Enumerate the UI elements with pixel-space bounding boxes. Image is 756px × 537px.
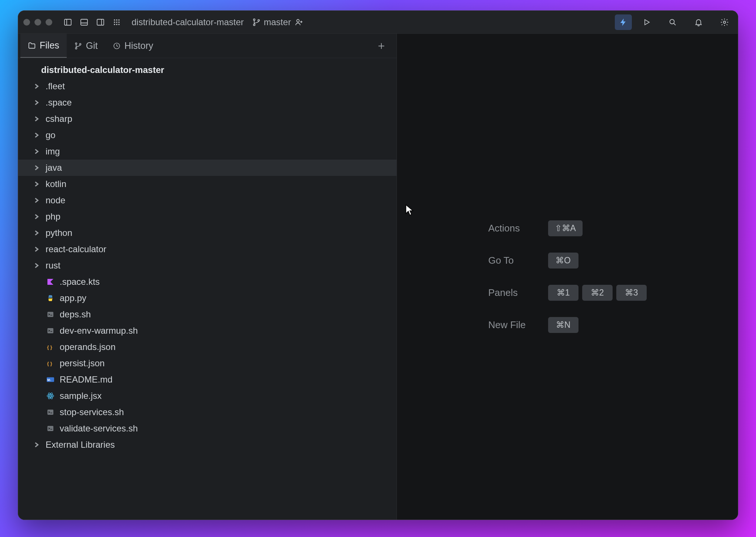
zoom-window-button[interactable] [46, 19, 52, 26]
bolt-icon [619, 18, 628, 27]
mouse-cursor-icon [405, 204, 415, 216]
chevron-right-icon [32, 181, 41, 187]
md-file-icon: M↓ [46, 375, 55, 384]
tree-file-operands-json[interactable]: { }operands.json [18, 339, 397, 355]
tree-item-label: operands.json [60, 342, 116, 352]
panel-bottom-icon [80, 18, 89, 27]
close-window-button[interactable] [23, 19, 30, 26]
git-branch-selector[interactable]: master [252, 17, 291, 27]
tree-file-deps-sh[interactable]: deps.sh [18, 306, 397, 323]
tree-folder-kotlin[interactable]: kotlin [18, 176, 397, 192]
tree-item-label: sample.jsx [60, 391, 102, 401]
chevron-right-icon [32, 198, 41, 203]
shortcut-newfile-keys: ⌘N [548, 317, 647, 333]
tab-git-label: Git [86, 40, 98, 51]
tree-folder--space[interactable]: .space [18, 94, 397, 111]
svg-point-15 [253, 19, 255, 20]
tree-item-label: python [46, 228, 72, 238]
keyboard-shortcut-key: ⌘1 [548, 285, 578, 301]
shortcut-panels-keys: ⌘1⌘2⌘3 [548, 285, 647, 301]
keyboard-shortcut-key: ⌘N [548, 317, 578, 333]
svg-point-26 [79, 43, 81, 45]
tree-file--space-kts[interactable]: .space.kts [18, 274, 397, 290]
file-tree: distributed-calculator-master .fleet.spa… [18, 58, 397, 520]
tree-folder-rust[interactable]: rust [18, 257, 397, 274]
shell-file-icon [46, 407, 55, 417]
svg-rect-28 [47, 312, 53, 317]
minimize-window-button[interactable] [34, 19, 41, 26]
sidebar: Files Git History ＋ distributed-calculat… [18, 34, 397, 520]
tree-item-label: dev-env-warmup.sh [60, 326, 138, 336]
tab-files[interactable]: Files [20, 34, 67, 58]
shortcut-actions-keys: ⇧⌘A [548, 220, 647, 236]
search-button[interactable] [666, 16, 679, 29]
folder-icon [28, 41, 36, 50]
tree-file-stop-services-sh[interactable]: stop-services.sh [18, 404, 397, 420]
tree-item-label: validate-services.sh [60, 423, 138, 434]
tree-file-app-py[interactable]: app.py [18, 290, 397, 306]
tree-folder-java[interactable]: java [18, 160, 397, 176]
grid-icon [112, 18, 121, 27]
shortcut-panels-label: Panels [488, 287, 525, 298]
tree-file-sample-jsx[interactable]: sample.jsx [18, 388, 397, 404]
tab-history[interactable]: History [105, 34, 161, 58]
tree-folder-python[interactable]: python [18, 225, 397, 241]
project-root[interactable]: distributed-calculator-master [18, 62, 397, 78]
tree-item-label: go [46, 130, 56, 140]
tree-folder-csharp[interactable]: csharp [18, 111, 397, 127]
tree-file-validate-services-sh[interactable]: validate-services.sh [18, 420, 397, 437]
toggle-bottom-panel-button[interactable] [78, 16, 90, 29]
shortcut-goto-keys: ⌘O [548, 253, 647, 268]
chevron-right-icon [32, 133, 41, 138]
chevron-right-icon [32, 100, 41, 105]
svg-point-24 [75, 43, 77, 44]
tab-git[interactable]: Git [67, 34, 105, 58]
app-grid-button[interactable] [110, 16, 123, 29]
run-button[interactable] [640, 16, 653, 29]
tree-item-label: stop-services.sh [60, 407, 124, 417]
project-name[interactable]: distributed-calculator-master [132, 17, 244, 27]
tree-file-persist-json[interactable]: { }persist.json [18, 355, 397, 371]
json-file-icon: { } [46, 342, 55, 352]
tree-file-dev-env-warmup-sh[interactable]: dev-env-warmup.sh [18, 323, 397, 339]
shell-file-icon [46, 326, 55, 336]
tree-item-label: kotlin [46, 179, 66, 189]
tree-folder-php[interactable]: php [18, 209, 397, 225]
tree-item-label: .fleet [46, 81, 65, 91]
tree-item-label: img [46, 146, 60, 157]
json-file-icon: { } [46, 358, 55, 368]
toggle-left-panel-button[interactable] [62, 16, 74, 29]
notifications-button[interactable] [692, 16, 705, 29]
tree-folder-img[interactable]: img [18, 143, 397, 160]
tree-folder-node[interactable]: node [18, 192, 397, 209]
tree-item-label: csharp [46, 114, 72, 124]
git-branch-icon [74, 42, 82, 50]
collaborate-button[interactable] [293, 16, 305, 29]
add-tab-button[interactable]: ＋ [368, 38, 394, 53]
sidebar-tabs: Files Git History ＋ [18, 34, 397, 58]
tree-item-label: deps.sh [60, 309, 91, 320]
panel-right-icon [96, 18, 105, 27]
chevron-right-icon [32, 149, 41, 154]
svg-rect-29 [47, 328, 53, 333]
tree-item-label: node [46, 195, 65, 206]
svg-rect-2 [81, 19, 87, 25]
chevron-right-icon [32, 263, 41, 268]
tree-item-label: persist.json [60, 358, 105, 368]
tree-item-label: app.py [60, 293, 86, 303]
tree-folder-external-libraries[interactable]: External Libraries [18, 437, 397, 453]
tree-item-label: php [46, 211, 60, 222]
toggle-right-panel-button[interactable] [94, 16, 107, 29]
panel-left-icon [63, 18, 72, 27]
settings-button[interactable] [718, 16, 731, 29]
tree-folder-react-calculator[interactable]: react-calculator [18, 241, 397, 257]
svg-point-12 [114, 24, 115, 25]
keyboard-shortcut-key: ⇧⌘A [548, 220, 583, 236]
chevron-right-icon [32, 214, 41, 219]
tree-folder-go[interactable]: go [18, 127, 397, 143]
smart-mode-button[interactable] [615, 14, 632, 30]
tree-folder--fleet[interactable]: .fleet [18, 78, 397, 94]
svg-point-13 [116, 24, 117, 25]
keyboard-shortcut-key: ⌘O [548, 253, 578, 268]
tree-file-readme-md[interactable]: M↓README.md [18, 371, 397, 388]
